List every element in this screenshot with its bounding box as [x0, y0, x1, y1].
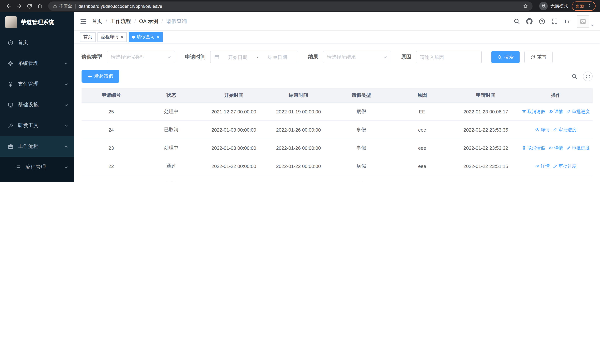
cancel-leave-link[interactable]: 取消请假 — [522, 108, 545, 115]
reason-label: 原因 — [401, 54, 411, 60]
create-leave-button[interactable]: 发起请假 — [82, 70, 119, 83]
github-icon[interactable] — [526, 18, 533, 24]
leave-type-select[interactable]: 请选择请假类型 — [107, 51, 175, 63]
result-select[interactable]: 请选择流结果 — [323, 51, 391, 63]
tab-2[interactable]: 请假查询× — [129, 32, 163, 42]
column-header: 原因 — [392, 92, 452, 98]
divider — [75, 4, 75, 9]
cell-id: 21 — [82, 181, 141, 182]
detail-link[interactable]: 详情 — [548, 145, 563, 151]
cell-applied: 2022-01-22 23:53:35 — [452, 127, 519, 132]
search-button[interactable]: 搜索 — [491, 51, 520, 63]
approval-progress-link[interactable]: 审批进度 — [553, 127, 576, 133]
cell-reason: eee — [392, 127, 452, 132]
detail-link[interactable]: 详情 — [548, 108, 563, 115]
apply-time-label: 申请时间 — [185, 54, 206, 60]
sidebar-item-yen[interactable]: 支付管理 — [0, 74, 74, 94]
warning-icon — [53, 4, 57, 9]
cancel-leave-link[interactable]: 取消请假 — [522, 145, 545, 151]
menu-item-label: 基础设施 — [18, 102, 64, 108]
cell-type: 事假 — [331, 145, 392, 151]
toggle-search-icon[interactable] — [572, 73, 577, 79]
reason-input-box — [416, 51, 482, 63]
cell-actions: 详情审批进度 — [519, 127, 593, 133]
fullscreen-icon[interactable] — [552, 18, 558, 24]
approval-progress-link[interactable]: 审批进度 — [553, 163, 576, 169]
cell-actions: 取消请假详情审批进度 — [519, 108, 593, 115]
reason-input[interactable] — [416, 51, 481, 63]
action-label: 审批进度 — [559, 163, 576, 169]
cell-actions: 详情审批进度 — [519, 163, 593, 169]
address-bar[interactable]: 不安全 dashboard.yudao.iocoder.cn/bpm/oa/le… — [48, 1, 533, 11]
browser-menu-icon[interactable]: ⋮ — [587, 4, 592, 9]
detail-link[interactable]: 详情 — [535, 127, 550, 133]
sidebar-item-infra[interactable]: 基础设施 — [0, 94, 74, 115]
table-row: 23处理中2022-01-03 00:00:002022-01-26 00:00… — [82, 139, 593, 157]
breadcrumb-item[interactable]: OA 示例 — [139, 18, 158, 25]
refresh-table-icon[interactable] — [583, 72, 593, 81]
cell-applied: 2022-01-22 23:51:15 — [452, 163, 519, 169]
reset-button-label: 重置 — [537, 54, 547, 60]
browser-reload-button[interactable] — [24, 1, 34, 11]
action-label: 详情 — [541, 163, 550, 169]
search-icon[interactable] — [514, 18, 520, 24]
date-range-picker[interactable]: - — [210, 51, 298, 63]
breadcrumb-separator: / — [134, 19, 136, 24]
browser-update-button[interactable]: 更新 ⋮ — [572, 1, 596, 11]
sidebar-item-task[interactable]: 任务管理 — [0, 177, 74, 182]
sidebar: 芋道管理系统 首页系统管理支付管理基础设施研发工具工作流程流程管理任务管理我的流… — [0, 12, 74, 182]
sidebar-item-workflow[interactable]: 工作流程 — [0, 136, 74, 157]
table-tools — [572, 72, 593, 81]
avatar-caret-icon — [591, 24, 594, 28]
cell-reason: EEE — [392, 181, 452, 182]
approval-progress-link[interactable]: 审批进度 — [566, 145, 590, 151]
close-tab-icon[interactable]: × — [121, 35, 123, 39]
dashboard-icon — [7, 40, 13, 45]
sidebar-item-tools[interactable]: 研发工具 — [0, 115, 74, 136]
incognito-label: 无痕模式 — [550, 3, 568, 9]
cell-applied: 2022-01-22 23:53:32 — [452, 145, 519, 151]
reset-button[interactable]: 重置 — [525, 51, 553, 63]
browser-forward-button[interactable] — [14, 1, 24, 11]
tab-0[interactable]: 首页 — [80, 32, 96, 42]
gear-icon — [7, 61, 13, 66]
breadcrumb-item[interactable]: 工作流程 — [110, 18, 131, 25]
detail-link[interactable]: 详情 — [548, 181, 563, 182]
security-warning[interactable]: 不安全 — [53, 3, 72, 9]
breadcrumb-item[interactable]: 首页 — [92, 18, 102, 25]
hamburger-icon[interactable] — [80, 18, 87, 25]
action-label: 详情 — [554, 145, 563, 151]
approval-progress-link[interactable]: 审批进度 — [566, 181, 590, 182]
browser-back-button[interactable] — [4, 1, 13, 11]
cell-id: 24 — [82, 127, 141, 132]
tab-label: 流程详情 — [101, 34, 119, 40]
start-date-input[interactable] — [221, 54, 255, 60]
page-content: 请假类型 请选择请假类型 申请时间 - — [74, 43, 600, 182]
column-header: 状态 — [141, 92, 202, 98]
sidebar-item-gear[interactable]: 系统管理 — [0, 53, 74, 74]
browser-home-button[interactable] — [35, 1, 45, 11]
end-date-input[interactable] — [261, 54, 294, 60]
sidebar-menu: 首页系统管理支付管理基础设施研发工具工作流程流程管理任务管理我的流程待办任务已办… — [0, 32, 74, 182]
tab-1[interactable]: 流程详情× — [97, 32, 127, 42]
avatar-image-placeholder — [577, 15, 589, 28]
yen-icon — [7, 81, 13, 87]
bookmark-star-icon[interactable] — [523, 3, 528, 9]
approval-progress-link[interactable]: 审批进度 — [566, 108, 590, 115]
security-label: 不安全 — [59, 3, 72, 9]
detail-link[interactable]: 详情 — [535, 163, 550, 169]
leave-type-label: 请假类型 — [82, 54, 102, 60]
refresh-icon — [530, 55, 535, 59]
process-icon — [15, 164, 21, 170]
menu-item-label: 系统管理 — [18, 60, 64, 67]
toolbar: 发起请假 — [82, 70, 593, 83]
reason-group: 原因 — [401, 51, 482, 63]
help-icon[interactable] — [539, 18, 545, 24]
sidebar-item-dashboard[interactable]: 首页 — [0, 32, 74, 53]
font-size-icon[interactable]: TT — [564, 18, 570, 24]
user-avatar[interactable] — [577, 15, 594, 28]
column-header: 申请时间 — [452, 92, 519, 98]
close-tab-icon[interactable]: × — [157, 35, 159, 39]
sidebar-item-process[interactable]: 流程管理 — [0, 157, 74, 177]
cancel-leave-link[interactable]: 取消请假 — [522, 181, 545, 182]
